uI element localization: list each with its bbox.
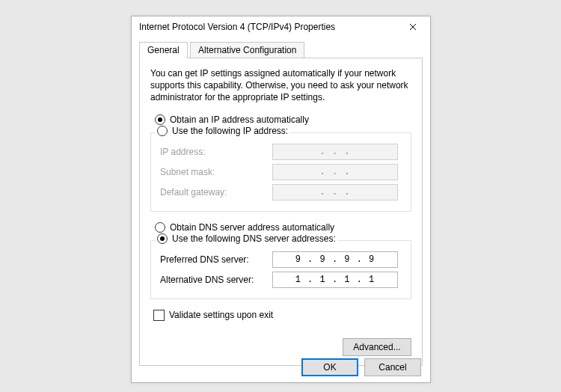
radio-label: Use the following IP address: xyxy=(172,126,288,136)
tab-general[interactable]: General xyxy=(139,42,188,58)
ipv4-properties-dialog: Internet Protocol Version 4 (TCP/IPv4) P… xyxy=(131,16,431,383)
intro-text: You can get IP settings assigned automat… xyxy=(150,67,411,104)
titlebar: Internet Protocol Version 4 (TCP/IPv4) P… xyxy=(132,16,430,37)
radio-use-following-ip[interactable]: Use the following IP address: xyxy=(156,126,289,136)
ip-address-label: IP address: xyxy=(160,147,272,157)
dns-groupbox: Use the following DNS server addresses: … xyxy=(150,240,411,299)
radio-obtain-ip-auto[interactable]: Obtain an IP address automatically xyxy=(155,114,411,125)
radio-label: Obtain DNS server address automatically xyxy=(170,222,334,233)
ip-address-input: . . . xyxy=(272,144,398,160)
cancel-button[interactable]: Cancel xyxy=(364,358,421,376)
tabpanel-general: You can get IP settings assigned automat… xyxy=(139,58,423,366)
subnet-mask-label: Subnet mask: xyxy=(160,167,272,177)
radio-obtain-dns-auto[interactable]: Obtain DNS server address automatically xyxy=(155,222,411,233)
tab-alternative-configuration[interactable]: Alternative Configuration xyxy=(190,42,304,58)
radio-icon xyxy=(155,222,165,233)
radio-icon xyxy=(157,126,168,136)
close-button[interactable] xyxy=(400,19,426,35)
dialog-footer: OK Cancel xyxy=(301,358,421,376)
advanced-button[interactable]: Advanced... xyxy=(343,338,411,356)
preferred-dns-input[interactable]: 9 . 9 . 9 . 9 xyxy=(272,251,398,268)
preferred-dns-label: Preferred DNS server: xyxy=(160,254,272,265)
radio-icon xyxy=(155,114,165,125)
ok-button[interactable]: OK xyxy=(301,358,358,376)
radio-label: Obtain an IP address automatically xyxy=(170,114,309,125)
alternative-dns-label: Alternative DNS server: xyxy=(160,275,272,285)
checkbox-icon xyxy=(153,310,165,321)
ip-groupbox: Use the following IP address: IP address… xyxy=(150,132,411,212)
default-gateway-label: Default gateway: xyxy=(160,187,272,197)
default-gateway-input: . . . xyxy=(272,184,398,200)
radio-use-following-dns[interactable]: Use the following DNS server addresses: xyxy=(156,233,337,244)
validate-settings-checkbox[interactable]: Validate settings upon exit xyxy=(153,310,411,321)
alternative-dns-input[interactable]: 1 . 1 . 1 . 1 xyxy=(272,272,398,288)
subnet-mask-input: . . . xyxy=(272,164,398,180)
window-title: Internet Protocol Version 4 (TCP/IPv4) P… xyxy=(139,22,400,32)
radio-label: Use the following DNS server addresses: xyxy=(172,233,336,244)
radio-icon xyxy=(157,233,168,244)
checkbox-label: Validate settings upon exit xyxy=(169,310,273,320)
tabstrip: General Alternative Configuration xyxy=(139,42,423,58)
close-icon xyxy=(409,23,417,31)
